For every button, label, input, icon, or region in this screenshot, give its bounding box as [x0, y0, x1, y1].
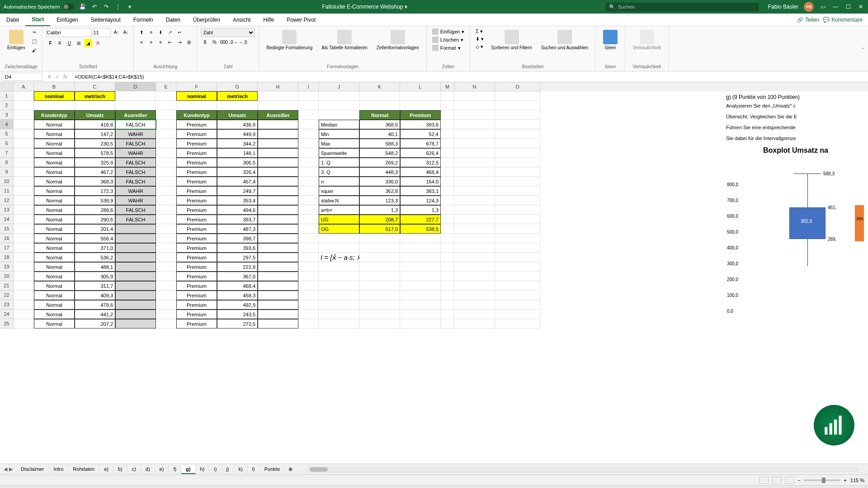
cell[interactable]: a=b= [319, 205, 359, 215]
search-input[interactable]: 🔍 Suchen [605, 3, 759, 11]
cell[interactable]: 52,4 [400, 129, 441, 139]
cell[interactable] [441, 129, 454, 139]
cell[interactable] [495, 196, 540, 205]
bold-icon[interactable]: F [46, 39, 54, 47]
cell[interactable]: Premium [176, 120, 217, 129]
cell[interactable] [115, 291, 156, 300]
cell[interactable] [495, 310, 540, 319]
cell[interactable] [454, 215, 495, 224]
column-header[interactable]: F [176, 82, 217, 91]
cell[interactable] [441, 262, 454, 272]
sheet-tab[interactable]: c) [127, 465, 141, 474]
paste-button[interactable]: Einfügen [4, 28, 28, 52]
cell[interactable]: 164,0 [400, 177, 441, 186]
cell[interactable] [156, 300, 176, 310]
cell[interactable] [258, 186, 298, 196]
dec-decimal-icon[interactable]: ←.0 [239, 38, 247, 46]
cell[interactable] [441, 196, 454, 205]
row-header[interactable]: 16 [0, 234, 14, 243]
sheet-tab[interactable]: l) [248, 465, 260, 474]
cell[interactable] [258, 281, 298, 291]
cell[interactable] [14, 253, 34, 262]
cell[interactable] [319, 234, 359, 243]
tab-powerpivot[interactable]: Power Pivot [280, 14, 322, 26]
cell[interactable]: Normal [34, 253, 75, 262]
cell[interactable] [441, 215, 454, 224]
cell[interactable] [359, 234, 400, 243]
format-painter-icon[interactable]: 🖌 [30, 46, 38, 54]
cell[interactable]: FALSCH [115, 167, 156, 177]
cell[interactable] [495, 262, 540, 272]
indent-inc-icon[interactable]: ⇥ [175, 38, 184, 46]
cell[interactable]: Normal [34, 319, 75, 328]
cell[interactable] [400, 300, 441, 310]
toggle-switch[interactable] [63, 4, 75, 10]
comments-button[interactable]: 💬 Kommentare [823, 17, 863, 23]
cell[interactable]: 306,5 [217, 158, 258, 167]
cell[interactable] [400, 272, 441, 281]
cell[interactable] [156, 120, 176, 129]
cell[interactable]: Normal [34, 224, 75, 234]
cell[interactable] [156, 186, 176, 196]
cell[interactable] [441, 310, 454, 319]
tab-start[interactable]: Start [25, 14, 50, 26]
cell[interactable] [495, 253, 540, 262]
cell[interactable]: 517,0 [359, 224, 400, 234]
cell[interactable] [14, 91, 34, 101]
cell[interactable] [258, 139, 298, 148]
cell[interactable] [441, 300, 454, 310]
cell[interactable]: Normal [34, 243, 75, 253]
cell[interactable] [258, 215, 298, 224]
increase-font-icon[interactable]: A↑ [112, 28, 120, 36]
cell[interactable]: 344,2 [217, 139, 258, 148]
cell[interactable] [441, 91, 454, 101]
cell[interactable] [454, 186, 495, 196]
cell[interactable] [115, 272, 156, 281]
cell[interactable] [298, 91, 319, 101]
font-name-select[interactable] [46, 28, 91, 37]
cell[interactable] [14, 243, 34, 253]
cell[interactable]: Normal [34, 148, 75, 158]
format-as-table-button[interactable]: Als Tabelle formatieren [318, 28, 371, 52]
cell[interactable] [156, 196, 176, 205]
cell[interactable] [441, 291, 454, 300]
tab-formulas[interactable]: Formeln [127, 14, 160, 26]
cell[interactable]: Normal [34, 177, 75, 186]
cell[interactable] [258, 319, 298, 328]
cell[interactable]: 1,3 [359, 205, 400, 215]
cell[interactable] [454, 177, 495, 186]
cell[interactable] [176, 101, 217, 110]
cell[interactable]: 222,8 [217, 262, 258, 272]
sheet-tab[interactable]: Rohdaten [68, 465, 99, 474]
cell[interactable] [258, 167, 298, 177]
cell[interactable] [298, 253, 319, 262]
cell[interactable] [454, 148, 495, 158]
cell[interactable]: Premium [176, 281, 217, 291]
cell[interactable]: 393,6 [217, 243, 258, 253]
cell[interactable] [359, 291, 400, 300]
cell[interactable] [258, 224, 298, 234]
cell[interactable] [441, 272, 454, 281]
cell[interactable] [298, 300, 319, 310]
cell[interactable] [441, 101, 454, 110]
cell[interactable]: Premium [176, 186, 217, 196]
cell[interactable] [258, 196, 298, 205]
cell[interactable]: Premium [176, 243, 217, 253]
cell[interactable]: nominal [34, 91, 75, 101]
cell[interactable] [14, 158, 34, 167]
column-header[interactable]: A [14, 82, 34, 91]
cell[interactable]: WAHR [115, 129, 156, 139]
cell[interactable]: 124,3 [400, 196, 441, 205]
cell[interactable] [400, 243, 441, 253]
cell[interactable] [441, 234, 454, 243]
column-header[interactable]: K [359, 82, 400, 91]
align-center-icon[interactable]: ≡ [147, 38, 155, 46]
cell[interactable] [258, 158, 298, 167]
cell[interactable]: 312,5 [400, 158, 441, 167]
cell[interactable] [495, 243, 540, 253]
cell[interactable] [319, 110, 359, 120]
comma-icon[interactable]: 000 [220, 38, 228, 46]
sort-filter-button[interactable]: Sortieren und Filtern [487, 28, 536, 52]
cell[interactable]: Normal [34, 300, 75, 310]
number-format-select[interactable]: Zahl [201, 28, 255, 37]
